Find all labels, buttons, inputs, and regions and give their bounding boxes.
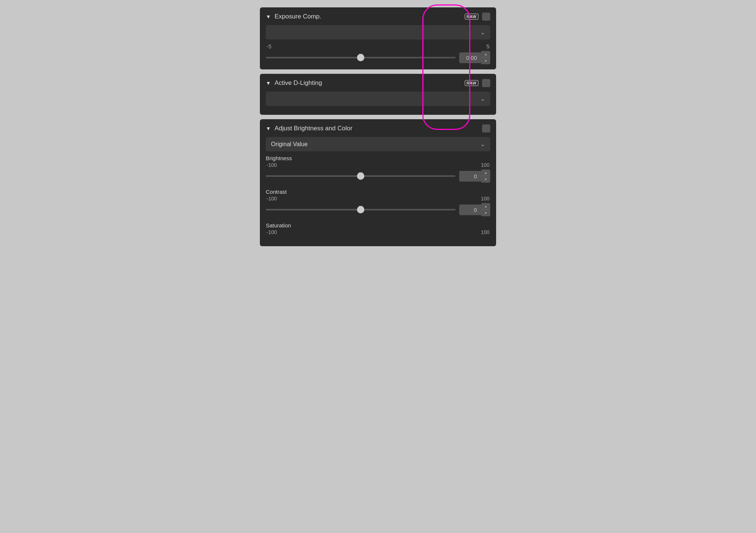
active-d-lighting-collapse[interactable]: ▼ [266,80,271,86]
exposure-comp-collapse[interactable]: ▼ [266,14,271,20]
active-d-lighting-checkbox[interactable] [482,79,490,87]
contrast-slider-row: 0 ▲ ▼ [266,203,490,216]
exposure-range-labels: -5 5 [266,43,490,49]
active-d-lighting-dropdown[interactable]: ⌄ [266,92,490,106]
active-d-lighting-header: ▼ Active D-Lighting RAW [266,79,490,87]
panel-container: ▼ Exposure Comp. RAW ⌄ -5 5 0,00 ▲ [260,7,496,251]
exposure-min-label: -5 [267,43,271,49]
exposure-value-box-container: 0,00 ▲ ▼ [459,51,490,64]
brightness-min-label: -100 [267,162,277,168]
contrast-range-labels: -100 100 [266,196,490,202]
brightness-label: Brightness [266,155,490,161]
contrast-value-box-container: 0 ▲ ▼ [459,203,490,216]
adjust-brightness-dropdown-arrow[interactable]: ⌄ [480,141,485,148]
active-d-lighting-section: ▼ Active D-Lighting RAW ⌄ [260,74,496,115]
contrast-slider-container[interactable] [266,204,456,215]
exposure-slider-thumb[interactable] [357,54,364,61]
brightness-range-labels: -100 100 [266,162,490,168]
active-d-lighting-title: Active D-Lighting [275,79,461,87]
adjust-brightness-dropdown[interactable]: Original Value ⌄ [266,137,490,151]
contrast-stepper-up[interactable]: ▲ [481,203,490,210]
adjust-brightness-dropdown-text[interactable]: Original Value [271,141,307,148]
saturation-label: Saturation [266,222,490,228]
exposure-value-box[interactable]: 0,00 [459,52,481,63]
exposure-comp-header: ▼ Exposure Comp. RAW [266,13,490,21]
brightness-slider-container[interactable] [266,171,456,182]
brightness-slider-row: 0 ▲ ▼ [266,169,490,183]
brightness-slider-track [266,175,456,177]
contrast-stepper-down[interactable]: ▼ [481,210,490,216]
contrast-stepper[interactable]: ▲ ▼ [481,203,490,216]
exposure-slider-track [266,57,456,58]
contrast-min-label: -100 [267,196,277,202]
exposure-stepper[interactable]: ▲ ▼ [481,51,490,64]
exposure-comp-section: ▼ Exposure Comp. RAW ⌄ -5 5 0,00 ▲ [260,7,496,69]
exposure-max-label: 5 [487,43,489,49]
contrast-max-label: 100 [481,196,489,202]
adjust-brightness-section: ▼ Adjust Brightness and Color Original V… [260,119,496,246]
exposure-value-row: 0,00 ▲ ▼ [266,51,490,64]
adjust-brightness-title: Adjust Brightness and Color [275,125,478,132]
adjust-brightness-collapse[interactable]: ▼ [266,125,271,131]
brightness-slider-thumb[interactable] [357,172,364,180]
saturation-slider-section: Saturation -100 100 [266,222,490,235]
exposure-slider-container[interactable] [266,52,456,63]
contrast-label: Contrast [266,189,490,195]
active-d-lighting-raw-badge: RAW [465,80,478,86]
saturation-min-label: -100 [267,229,277,235]
contrast-slider-thumb[interactable] [357,206,364,213]
contrast-value-box[interactable]: 0 [459,204,481,215]
exposure-stepper-down[interactable]: ▼ [481,58,490,64]
contrast-slider-section: Contrast -100 100 0 ▲ ▼ [266,189,490,216]
brightness-slider-section: Brightness -100 100 0 ▲ ▼ [266,155,490,183]
active-d-lighting-dropdown-arrow[interactable]: ⌄ [480,95,485,102]
exposure-comp-title: Exposure Comp. [275,13,461,20]
saturation-max-label: 100 [481,229,489,235]
brightness-value-box-container: 0 ▲ ▼ [459,169,490,183]
saturation-range-labels: -100 100 [266,229,490,235]
brightness-stepper-down[interactable]: ▼ [481,176,490,183]
exposure-comp-raw-badge: RAW [465,14,478,20]
exposure-comp-dropdown-arrow[interactable]: ⌄ [480,29,485,36]
brightness-value-box[interactable]: 0 [459,171,481,182]
brightness-stepper-up[interactable]: ▲ [481,169,490,176]
adjust-brightness-header: ▼ Adjust Brightness and Color [266,124,490,133]
brightness-stepper[interactable]: ▲ ▼ [481,169,490,183]
exposure-comp-checkbox[interactable] [482,13,490,21]
contrast-slider-track [266,209,456,210]
adjust-brightness-checkbox[interactable] [482,124,490,133]
brightness-max-label: 100 [481,162,489,168]
exposure-comp-dropdown[interactable]: ⌄ [266,25,490,39]
exposure-stepper-up[interactable]: ▲ [481,51,490,58]
